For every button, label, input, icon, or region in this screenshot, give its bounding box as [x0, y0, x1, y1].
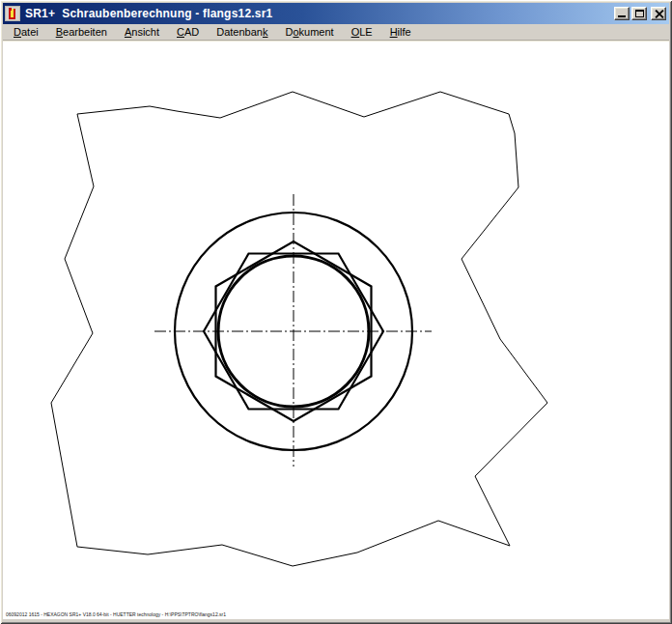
- app-window: SR1+ Schraubenberechnung - flangs12.sr1 …: [0, 0, 672, 624]
- minimize-button[interactable]: [614, 7, 630, 20]
- titlebar: SR1+ Schraubenberechnung - flangs12.sr1: [3, 3, 669, 24]
- status-text: 06092012 1615 - HEXAGON SR1+ V18.0 64-bi…: [6, 611, 226, 617]
- drawing-area[interactable]: 06092012 1615 - HEXAGON SR1+ V18.0 64-bi…: [3, 41, 669, 619]
- menu-item-cad[interactable]: CAD: [168, 25, 208, 40]
- menu-item-ole[interactable]: OLE: [343, 25, 381, 40]
- maximize-icon: [635, 10, 644, 17]
- menu-item-hilfe[interactable]: Hilfe: [381, 25, 420, 40]
- minimize-icon: [618, 15, 626, 17]
- close-button[interactable]: [651, 7, 666, 20]
- menu-item-dokument[interactable]: Dokument: [276, 25, 342, 40]
- app-icon[interactable]: [5, 6, 20, 21]
- menubar: DateiBearbeitenAnsichtCADDatenbankDokume…: [3, 24, 669, 41]
- menu-item-bearbeiten[interactable]: Bearbeiten: [47, 25, 116, 40]
- menu-item-ansicht[interactable]: Ansicht: [116, 25, 168, 40]
- maximize-button[interactable]: [631, 7, 647, 20]
- menu-item-datenbank[interactable]: Datenbank: [208, 25, 276, 40]
- plate-outline: [51, 92, 547, 566]
- drawing-svg: [3, 42, 669, 619]
- app-icon-dot: [9, 8, 12, 11]
- window-controls: [614, 7, 666, 20]
- menu-item-datei[interactable]: Datei: [5, 25, 47, 40]
- window-title: SR1+ Schraubenberechnung - flangs12.sr1: [25, 7, 614, 20]
- close-icon: [655, 10, 663, 18]
